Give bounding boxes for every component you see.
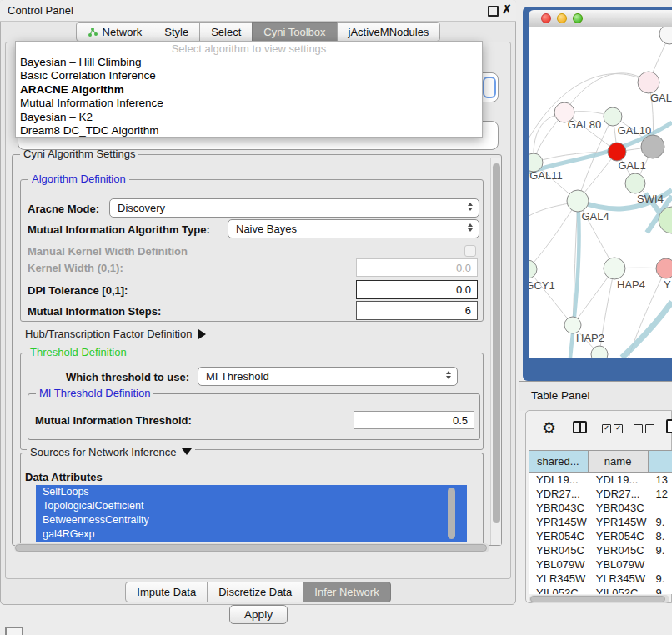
- sources-legend[interactable]: Sources for Network Inference: [27, 446, 195, 458]
- which-threshold-combo[interactable]: MI Threshold: [198, 367, 458, 386]
- algorithm-dropdown-placeholder: Select algorithm to view settings: [16, 42, 482, 56]
- table-row[interactable]: YLR345WYLR345W9.: [529, 572, 672, 586]
- bottom-tab-discretize-data[interactable]: Discretize Data: [207, 582, 303, 602]
- settings-horizontal-scrollbar[interactable]: [14, 543, 489, 552]
- tab-label: Style: [164, 26, 188, 38]
- sources-group: Sources for Network Inference Data Attri…: [20, 452, 484, 546]
- node-swi4-label: SWI4: [637, 192, 664, 205]
- table-horizontal-scrollbar-thumb[interactable]: [530, 596, 665, 602]
- table-row[interactable]: YBR045CYBR045C9.: [529, 543, 672, 558]
- dpi-tolerance-field[interactable]: 0.0: [356, 280, 478, 299]
- tab-cyni-toolbox[interactable]: Cyni Toolbox: [252, 22, 337, 42]
- table-row[interactable]: YER054CYER054C8.: [529, 529, 672, 543]
- node-hap4[interactable]: [604, 258, 625, 279]
- table-row[interactable]: YDR27...YDR27...12: [529, 487, 672, 501]
- manual-kernel-checkbox[interactable]: [464, 245, 476, 257]
- settings-vertical-scrollbar-thumb[interactable]: [493, 163, 500, 523]
- table-cell: YBR045C: [589, 543, 649, 558]
- network-canvas[interactable]: GALGAL80GAL10GAL1GAL11SWI4GAL4HAP4YGCY1H…: [529, 27, 672, 358]
- bottom-tab-impute-data[interactable]: Impute Data: [125, 582, 208, 602]
- aracne-mode-combo[interactable]: Discovery: [109, 198, 479, 218]
- data-attributes-label: Data Attributes: [25, 471, 103, 483]
- table-cell: YLR345W: [529, 572, 589, 586]
- column-header[interactable]: [649, 451, 672, 472]
- table-row[interactable]: YDL19...YDL19...13: [529, 472, 672, 487]
- aracne-mode-value: Discovery: [118, 202, 165, 214]
- table-cell: 13: [648, 472, 672, 487]
- column-header[interactable]: name: [589, 451, 649, 472]
- column-header[interactable]: shared...: [529, 451, 589, 472]
- network-labels: GALGAL80GAL10GAL1GAL11SWI4GAL4HAP4YGCY1H…: [529, 92, 672, 344]
- settings-horizontal-scrollbar-thumb[interactable]: [15, 544, 487, 552]
- hub-definition-toggle[interactable]: Hub/Transcription Factor Definition: [25, 328, 206, 340]
- table-horizontal-scrollbar[interactable]: [529, 595, 669, 603]
- attribute-list-item[interactable]: SelfLoops: [36, 485, 467, 499]
- close-traffic-light[interactable]: [541, 13, 551, 23]
- float-panel-icon[interactable]: [488, 6, 499, 17]
- select-all-checkboxes-icon[interactable]: ✓✓: [602, 424, 623, 433]
- columns-icon[interactable]: [573, 421, 587, 433]
- table-panel-title: Table Panel: [531, 389, 590, 402]
- kernel-width-field[interactable]: 0.0: [356, 258, 478, 277]
- tab-style[interactable]: Style: [153, 22, 200, 42]
- table-row[interactable]: YIL052CYIL052C9: [529, 586, 672, 594]
- node-partial-top[interactable]: [659, 27, 672, 44]
- collapsed-panel-icon[interactable]: [5, 627, 23, 635]
- tab-network[interactable]: Network: [76, 22, 154, 42]
- mi-threshold-field[interactable]: 0.5: [354, 411, 474, 429]
- node-gcy1-label: GCY1: [529, 279, 555, 292]
- mi-type-combo[interactable]: Naive Bayes: [228, 219, 479, 238]
- table-cell: 12: [648, 487, 672, 501]
- node-green-mid[interactable]: [625, 173, 645, 193]
- close-icon[interactable]: ✗: [502, 2, 512, 16]
- sources-legend-text: Sources for Network Inference: [30, 446, 177, 458]
- table-header-row: shared...name: [529, 451, 672, 472]
- table-cell: YER054C: [529, 529, 589, 543]
- mi-type-label: Mutual Information Algorithm Type:: [28, 223, 210, 236]
- node-gcy1[interactable]: [529, 260, 537, 278]
- dropdown-item[interactable]: Basic Correlation Inference: [16, 69, 482, 82]
- node-hap2[interactable]: [564, 317, 581, 333]
- attribute-list-scrollbar[interactable]: [448, 488, 455, 539]
- node-gal10[interactable]: [604, 108, 622, 126]
- deselect-all-checkboxes-icon[interactable]: [634, 424, 654, 433]
- table-row[interactable]: YBL079WYBL079W: [529, 558, 672, 572]
- mi-type-value: Naive Bayes: [236, 222, 297, 235]
- dropdown-item[interactable]: Bayesian – Hill Climbing: [16, 56, 482, 69]
- node-pink-right[interactable]: [656, 258, 672, 278]
- dropdown-item[interactable]: ARACNE Algorithm: [16, 83, 482, 97]
- dropdown-item[interactable]: Mutual Information Inference: [16, 97, 482, 110]
- algorithm-dropdown-popup: Select algorithm to view settings Bayesi…: [15, 41, 483, 138]
- table-cell: YDL19...: [589, 472, 649, 487]
- dpi-tolerance-label: DPI Tolerance [0,1]:: [28, 284, 128, 297]
- network-window-titlebar[interactable]: [529, 10, 672, 28]
- table-cell: 9.: [648, 515, 672, 529]
- tab-select[interactable]: Select: [199, 22, 253, 42]
- gear-icon[interactable]: ⚙: [542, 418, 556, 438]
- settings-vertical-scrollbar[interactable]: [490, 158, 501, 545]
- node-gal-right[interactable]: [638, 72, 659, 93]
- mi-steps-field[interactable]: 6: [356, 301, 478, 320]
- minimize-traffic-light[interactable]: [557, 13, 567, 23]
- table-row[interactable]: YPR145WYPR145W9.: [529, 515, 672, 529]
- attribute-list-item[interactable]: gal4RGexp: [36, 528, 467, 542]
- node-gray[interactable]: [641, 135, 664, 158]
- spinner-icon: [468, 223, 473, 232]
- zoom-traffic-light[interactable]: [573, 13, 583, 23]
- table-cell: YLR345W: [589, 572, 649, 586]
- tab-jactivemnodules[interactable]: jActiveMNodules: [337, 22, 441, 42]
- attribute-list-item[interactable]: BetweennessCentrality: [36, 513, 467, 528]
- apply-button[interactable]: Apply: [229, 605, 288, 624]
- network-graph: GALGAL80GAL10GAL1GAL11SWI4GAL4HAP4YGCY1H…: [529, 27, 672, 358]
- node-gal1[interactable]: [608, 142, 626, 161]
- bottom-tab-infer-network[interactable]: Infer Network: [303, 582, 390, 602]
- node-gal4[interactable]: [567, 190, 589, 212]
- attribute-list-item[interactable]: TopologicalCoefficient: [36, 499, 467, 513]
- combo-spinner-fragment[interactable]: [483, 77, 496, 98]
- document-icon[interactable]: [666, 419, 672, 433]
- table-cell: YIL052C: [589, 586, 649, 594]
- node-partial-bottom[interactable]: [591, 346, 608, 358]
- dropdown-item[interactable]: Bayesian – K2: [16, 111, 482, 124]
- dropdown-item[interactable]: Dream8 DC_TDC Algorithm: [16, 124, 482, 138]
- table-row[interactable]: YBR043CYBR043C: [529, 501, 672, 515]
